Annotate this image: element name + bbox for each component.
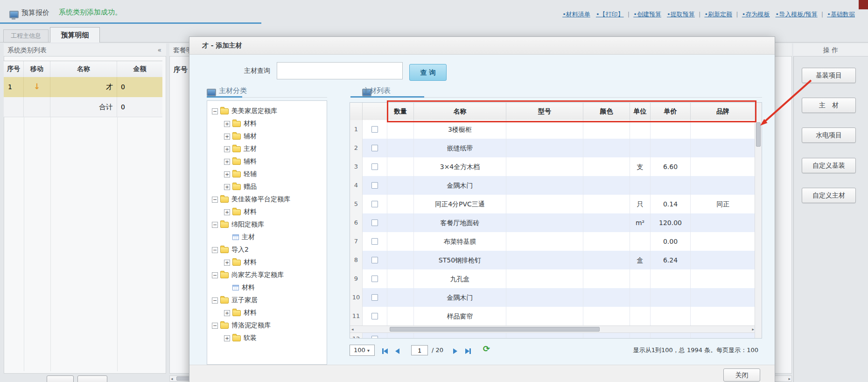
category-row-selected[interactable]: 1↓才0 — [4, 77, 162, 98]
expand-icon[interactable]: + — [224, 310, 230, 316]
scroll-left-icon[interactable]: ◂ — [171, 376, 173, 381]
link-save-template[interactable]: •存为模板 — [742, 11, 770, 18]
page-number-input[interactable] — [411, 345, 428, 355]
collapse-icon[interactable]: − — [212, 272, 218, 278]
link-import-template[interactable]: •导入模板/预算 — [776, 11, 818, 18]
partial-button[interactable] — [47, 375, 74, 382]
close-button[interactable]: 关闭 — [723, 368, 760, 382]
row-checkbox[interactable] — [371, 201, 378, 207]
scroll-right-icon[interactable]: ▸ — [788, 376, 791, 381]
col-brand[interactable]: 品牌 — [691, 103, 756, 120]
tree-item-label[interactable]: 主材 — [242, 233, 255, 241]
expand-icon[interactable]: + — [224, 121, 230, 127]
material-row[interactable]: 2嵌缝纸带 — [350, 139, 762, 157]
collapse-icon[interactable]: − — [212, 197, 218, 203]
expand-icon[interactable]: + — [224, 335, 230, 341]
tree-item-label[interactable]: 材料 — [244, 208, 257, 215]
row-checkbox[interactable] — [371, 336, 378, 339]
row-checkbox[interactable] — [371, 145, 378, 151]
tree-item-label[interactable]: 材料 — [244, 309, 257, 316]
link-create-budget[interactable]: •创建预算 — [633, 11, 661, 18]
prev-page-icon[interactable] — [395, 347, 399, 356]
expand-icon[interactable]: + — [224, 184, 230, 190]
tree-item-label[interactable]: 辅料 — [244, 157, 257, 165]
row-checkbox[interactable] — [371, 257, 378, 263]
row-checkbox[interactable] — [371, 294, 378, 301]
next-page-icon[interactable] — [453, 347, 457, 356]
material-row[interactable]: 8ST50钢排枪钉盒6.24 — [350, 251, 762, 269]
scroll-right-icon[interactable]: ▸ — [752, 327, 754, 332]
col-model[interactable]: 型号 — [506, 103, 583, 120]
collapse-icon[interactable]: − — [212, 247, 218, 253]
tree-item-label[interactable]: 赠品 — [244, 183, 257, 190]
search-button[interactable]: 查 询 — [409, 64, 447, 81]
row-checkbox[interactable] — [371, 276, 378, 282]
tree-item-label[interactable]: 尚家艺共享定额库 — [231, 271, 284, 278]
tree-item-label[interactable]: 材料 — [244, 258, 257, 266]
collapse-panel-icon[interactable]: « — [157, 43, 161, 57]
row-checkbox[interactable] — [371, 163, 378, 170]
tree-item-label[interactable]: 博洛泥定额库 — [231, 321, 271, 329]
tree-item-label[interactable]: 材料 — [244, 120, 257, 127]
tab-budget-detail[interactable]: 预算明细 — [50, 27, 100, 42]
list-vscrollbar[interactable] — [755, 103, 762, 339]
row-checkbox[interactable] — [371, 313, 378, 319]
row-checkbox[interactable] — [371, 219, 378, 226]
page-size-select[interactable]: 100 ▾ — [350, 345, 375, 356]
list-hscrollbar[interactable]: ◂ ▸ — [350, 325, 756, 333]
ops-button-plumbing[interactable]: 水电项目 — [802, 127, 856, 143]
expand-icon[interactable]: + — [224, 171, 230, 177]
material-row[interactable]: 10金隅木门 — [350, 288, 762, 307]
refresh-icon[interactable]: ⟳ — [483, 344, 490, 354]
ops-button-custom-base[interactable]: 自定义基装 — [802, 158, 856, 173]
row-checkbox[interactable] — [371, 238, 378, 245]
material-row[interactable]: 33×4全方木档支6.60 — [350, 157, 762, 176]
link-extract-budget[interactable]: •提取预算 — [667, 11, 695, 18]
tree-item-label[interactable]: 绵阳定额库 — [231, 220, 264, 228]
col-price[interactable]: 单价 — [651, 103, 691, 120]
link-refresh-quota[interactable]: •刷新定额 — [704, 11, 732, 18]
row-checkbox[interactable] — [371, 126, 378, 133]
dialog-titlebar[interactable]: 才 - 添加主材 — [189, 37, 775, 55]
collapse-icon[interactable]: − — [212, 222, 218, 228]
ops-button-main-material[interactable]: 主 材 — [802, 98, 856, 113]
link-print[interactable]: •【打印】 — [596, 11, 624, 18]
expand-icon[interactable]: + — [224, 134, 230, 140]
tree-item-label[interactable]: 美美家居定额库 — [231, 107, 277, 114]
material-row[interactable]: 4金隅木门 — [350, 176, 762, 195]
list-hscroll-thumb[interactable] — [390, 327, 600, 332]
tab-project-info[interactable]: 工程主信息 — [3, 29, 49, 42]
row-checkbox[interactable] — [371, 182, 378, 189]
ops-button-base-items[interactable]: 基装项目 — [802, 68, 856, 83]
collapse-icon[interactable]: − — [212, 297, 218, 304]
first-page-icon[interactable] — [382, 347, 388, 356]
material-search-input[interactable] — [277, 62, 403, 79]
link-material-list[interactable]: •材料清单 — [562, 11, 590, 18]
move-down-icon[interactable]: ↓ — [24, 77, 50, 97]
tree-item-label[interactable]: 美佳装修平台定额库 — [231, 195, 290, 203]
expand-icon[interactable]: + — [224, 260, 230, 266]
tree-item-label[interactable]: 轻辅 — [244, 170, 257, 177]
tree-item-label[interactable]: 辅材 — [244, 132, 257, 140]
scroll-left-icon[interactable]: ◂ — [351, 327, 354, 332]
last-page-icon[interactable] — [465, 347, 471, 356]
material-row[interactable]: 11样品窗帘 — [350, 307, 762, 325]
tree-item-label[interactable]: 材料 — [242, 283, 255, 291]
tree-item-label[interactable]: 导入2 — [231, 246, 249, 253]
material-row[interactable]: 5同正4分PVC三通只0.14同正 — [350, 195, 762, 213]
material-row-partial[interactable]: 12 — [350, 333, 762, 339]
list-vscroll-thumb[interactable] — [756, 122, 761, 147]
col-color[interactable]: 颜色 — [583, 103, 630, 120]
tree-item-label[interactable]: 主材 — [244, 145, 257, 152]
material-row[interactable]: 13楼橱柜 — [350, 120, 762, 139]
collapse-icon[interactable]: − — [212, 108, 218, 114]
tree-item-label[interactable]: 软装 — [244, 334, 257, 341]
collapse-icon[interactable]: − — [212, 323, 218, 329]
link-base-data[interactable]: •基础数据 — [827, 11, 855, 18]
tree-item-label[interactable]: 豆子家居 — [231, 296, 258, 304]
ops-button-custom-main[interactable]: 自定义主材 — [802, 188, 856, 203]
col-unit[interactable]: 单位 — [630, 103, 651, 120]
expand-icon[interactable]: + — [224, 146, 230, 152]
expand-icon[interactable]: + — [224, 209, 230, 215]
expand-icon[interactable]: + — [224, 159, 230, 165]
